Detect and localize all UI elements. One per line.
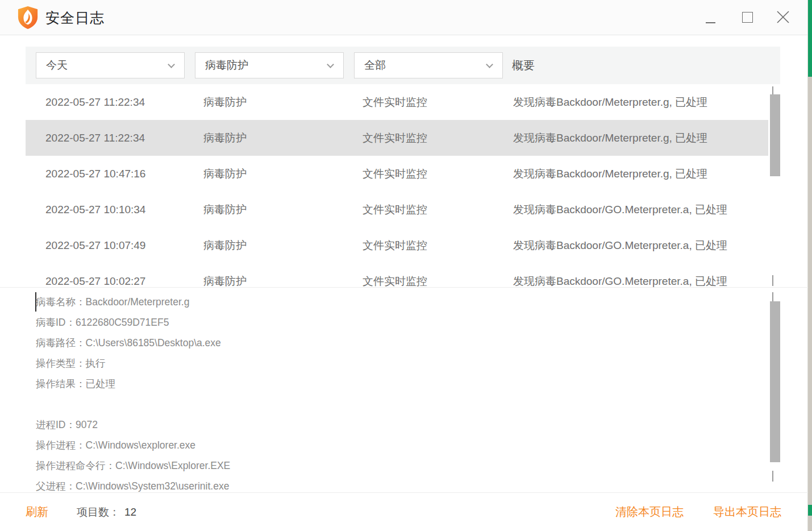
background-edge-segment (808, 505, 812, 516)
chevron-down-icon (168, 61, 175, 68)
row-time: 2022-05-27 10:10:34 (45, 204, 203, 216)
table-row[interactable]: 2022-05-27 11:22:34 病毒防护 文件实时监控 发现病毒Back… (26, 120, 768, 156)
row-time: 2022-05-27 10:47:16 (45, 168, 203, 180)
export-page-logs-button[interactable]: 导出本页日志 (713, 504, 781, 520)
row-summary: 发现病毒Backdoor/GO.Meterpreter.a, 已处理 (513, 274, 768, 288)
row-category: 病毒防护 (203, 131, 363, 146)
detail-line: 病毒路径：C:\Users\86185\Desktop\a.exe (36, 333, 230, 353)
subtype-value: 全部 (364, 58, 386, 73)
detail-line: 操作结果：已处理 (36, 374, 230, 394)
close-icon (776, 10, 790, 24)
detail-line: 病毒ID：6122680C59D71EF5 (36, 312, 230, 333)
background-edge-segment (808, 0, 812, 77)
detail-line: 操作进程命令行：C:\Windows\Explorer.EXE (36, 455, 230, 476)
summary-column-header: 概要 (512, 58, 535, 73)
row-time: 2022-05-27 11:22:34 (45, 132, 203, 144)
row-monitor: 文件实时监控 (363, 238, 513, 253)
item-count-value: 12 (124, 506, 136, 518)
background-edge-segment (808, 516, 812, 531)
detail-scrollbar[interactable] (768, 288, 782, 492)
log-table: 2022-05-27 11:22:34 病毒防护 文件实时监控 发现病毒Back… (0, 84, 808, 287)
background-edge-segment (808, 77, 812, 505)
detail-panel[interactable]: 病毒名称：Backdoor/Meterpreter.g病毒ID：6122680C… (0, 288, 808, 492)
row-monitor: 文件实时监控 (363, 167, 513, 181)
row-time: 2022-05-27 10:02:27 (45, 275, 203, 288)
close-button[interactable] (771, 5, 796, 30)
filter-bar: 今天 病毒防护 全部 概要 (26, 47, 780, 84)
chevron-down-icon (486, 61, 493, 68)
row-time: 2022-05-27 10:07:49 (45, 239, 203, 252)
background-edge (808, 0, 812, 531)
row-summary: 发现病毒Backdoor/Meterpreter.g, 已处理 (513, 131, 768, 146)
detail-line: 操作类型：执行 (36, 353, 230, 374)
row-summary: 发现病毒Backdoor/GO.Meterpreter.a, 已处理 (513, 238, 768, 253)
scroll-down-icon[interactable] (772, 471, 773, 482)
row-category: 病毒防护 (203, 238, 363, 253)
row-category: 病毒防护 (203, 274, 363, 288)
minimize-button[interactable] (698, 5, 723, 30)
table-row[interactable]: 2022-05-27 10:47:16 病毒防护 文件实时监控 发现病毒Back… (26, 156, 768, 192)
log-table-body: 2022-05-27 11:22:34 病毒防护 文件实时监控 发现病毒Back… (0, 84, 808, 287)
clear-page-logs-button[interactable]: 清除本页日志 (615, 504, 684, 520)
detail-line: 操作进程：C:\Windows\explorer.exe (36, 435, 230, 455)
item-count: 项目数：12 (77, 505, 136, 520)
detail-scrollbar-thumb[interactable] (770, 301, 780, 462)
category-select[interactable]: 病毒防护 (195, 52, 344, 78)
row-category: 病毒防护 (203, 95, 363, 110)
table-scrollbar-thumb[interactable] (770, 94, 780, 176)
subtype-select[interactable]: 全部 (354, 52, 503, 78)
table-row[interactable]: 2022-05-27 10:10:34 病毒防护 文件实时监控 发现病毒Back… (26, 192, 768, 227)
table-row[interactable]: 2022-05-27 10:02:27 病毒防护 文件实时监控 发现病毒Back… (26, 263, 768, 287)
footer-bar: 刷新 项目数：12 清除本页日志 导出本页日志 (0, 493, 808, 531)
page-title: 安全日志 (45, 0, 105, 35)
scroll-down-icon[interactable] (772, 275, 773, 286)
row-summary: 发现病毒Backdoor/Meterpreter.g, 已处理 (513, 167, 768, 181)
row-monitor: 文件实时监控 (363, 131, 513, 146)
table-row[interactable]: 2022-05-27 11:22:34 病毒防护 文件实时监控 发现病毒Back… (26, 84, 768, 120)
security-log-window: 安全日志 今天 病毒防护 全部 概要 202 (0, 0, 808, 531)
detail-line: 进程ID：9072 (36, 414, 230, 435)
row-monitor: 文件实时监控 (363, 95, 513, 110)
maximize-button[interactable] (735, 5, 760, 30)
minimize-icon (706, 22, 715, 23)
title-bar: 安全日志 (0, 0, 807, 35)
row-summary: 发现病毒Backdoor/GO.Meterpreter.a, 已处理 (513, 202, 768, 217)
row-summary: 发现病毒Backdoor/Meterpreter.g, 已处理 (513, 95, 768, 110)
row-category: 病毒防护 (203, 202, 363, 217)
detail-lines: 病毒名称：Backdoor/Meterpreter.g病毒ID：6122680C… (36, 292, 230, 492)
row-monitor: 文件实时监控 (363, 274, 513, 288)
date-range-value: 今天 (46, 58, 68, 73)
row-category: 病毒防护 (203, 167, 363, 181)
chevron-down-icon (327, 61, 334, 68)
maximize-icon (742, 12, 753, 23)
row-monitor: 文件实时监控 (363, 202, 513, 217)
table-row[interactable]: 2022-05-27 10:07:49 病毒防护 文件实时监控 发现病毒Back… (26, 227, 768, 263)
detail-line (36, 394, 230, 414)
category-value: 病毒防护 (205, 58, 248, 73)
row-time: 2022-05-27 11:22:34 (45, 96, 203, 109)
detail-line: 病毒名称：Backdoor/Meterpreter.g (36, 292, 230, 312)
detail-line: 父进程：C:\Windows\System32\userinit.exe (36, 476, 230, 492)
date-range-select[interactable]: 今天 (36, 52, 185, 78)
item-count-label: 项目数： (77, 506, 120, 518)
refresh-button[interactable]: 刷新 (26, 504, 48, 520)
table-scrollbar[interactable] (768, 84, 782, 287)
huorong-shield-logo-icon (17, 6, 39, 30)
